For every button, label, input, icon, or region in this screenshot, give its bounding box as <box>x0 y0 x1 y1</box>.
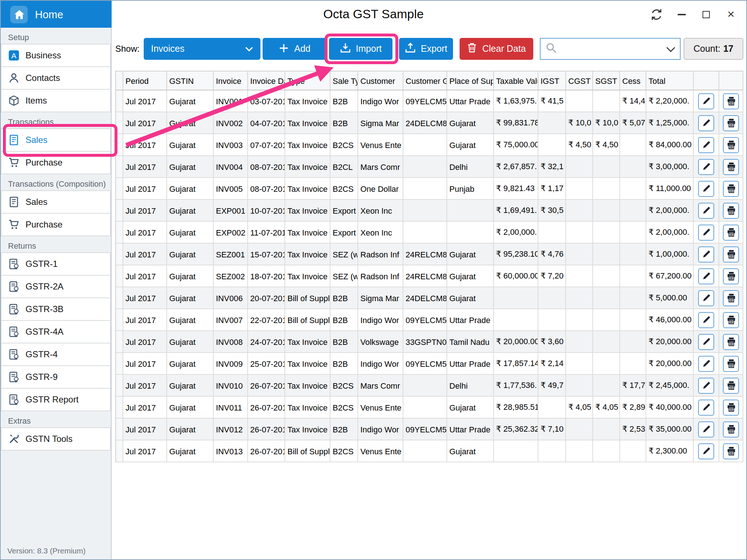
edit-row-button[interactable] <box>698 202 714 218</box>
table-row-8[interactable]: Jul 2017GujaratSEZ00115-07-2017Tax Invoi… <box>116 244 743 265</box>
gstr-document-icon <box>7 371 20 383</box>
print-row-button[interactable] <box>723 93 739 109</box>
search-box[interactable] <box>540 38 681 60</box>
table-row-5[interactable]: Jul 2017GujaratINV00508-07-2017Tax Invoi… <box>116 178 743 200</box>
cell-place_of_supply: Delhi <box>447 156 494 178</box>
edit-row-button[interactable] <box>698 224 714 240</box>
print-row-button[interactable] <box>723 246 739 262</box>
sidebar-item-returns-gstr-4[interactable]: GSTR-4 <box>1 343 111 366</box>
cell-customer_gstin <box>403 134 447 156</box>
home-button[interactable]: Home <box>1 1 112 28</box>
column-header-igst[interactable]: IGST <box>538 71 566 90</box>
print-row-button[interactable] <box>723 334 739 350</box>
table-row-2[interactable]: Jul 2017GujaratINV00204-07-2017Tax Invoi… <box>116 112 743 134</box>
edit-row-button[interactable] <box>698 399 714 415</box>
edit-row-button[interactable] <box>698 377 714 393</box>
column-header-invoice_date[interactable]: Invoice Date <box>248 71 285 90</box>
edit-row-button[interactable] <box>698 355 714 372</box>
search-dropdown-button[interactable] <box>661 39 680 59</box>
print-row-button[interactable] <box>723 268 739 284</box>
sidebar-item-transactions-purchase[interactable]: Purchase <box>1 151 111 174</box>
view-selector[interactable]: Invoices <box>144 38 260 60</box>
sidebar-item-transactions-sales[interactable]: Sales <box>1 128 111 152</box>
print-row-button[interactable] <box>723 137 739 153</box>
table-row-11[interactable]: Jul 2017GujaratINV00722-07-2017Bill of S… <box>116 309 743 331</box>
export-button[interactable]: Export <box>399 38 453 60</box>
column-header-invoice[interactable]: Invoice <box>214 71 248 90</box>
print-row-button[interactable] <box>723 159 739 175</box>
column-header-place_of_supply[interactable]: Place of Supply <box>447 71 494 90</box>
search-input[interactable] <box>561 44 661 54</box>
edit-row-button[interactable] <box>698 312 714 328</box>
edit-row-button[interactable] <box>698 180 714 197</box>
table-row-4[interactable]: Jul 2017GujaratINV00408-07-2017Tax Invoi… <box>116 156 743 178</box>
table-row-9[interactable]: Jul 2017GujaratSEZ00218-07-2017Tax Invoi… <box>116 265 743 287</box>
sidebar-item-returns-gstr-9[interactable]: GSTR-9 <box>1 365 111 389</box>
refresh-icon[interactable] <box>644 1 669 28</box>
cell-place_of_supply: Gujarat <box>447 112 494 134</box>
column-header-sale_type[interactable]: Sale Type <box>330 71 358 90</box>
edit-row-button[interactable] <box>698 137 714 153</box>
print-row-button[interactable] <box>723 115 739 131</box>
table-row-14[interactable]: Jul 2017GujaratINV01026-07-2017Tax Invoi… <box>116 375 743 397</box>
table-row-16[interactable]: Jul 2017GujaratINV01226-07-2017Tax Invoi… <box>116 419 743 440</box>
import-button[interactable]: Import <box>329 38 392 60</box>
edit-row-button[interactable] <box>698 93 714 109</box>
sidebar-item-setup-business[interactable]: ABusiness <box>1 44 111 67</box>
clear-data-button[interactable]: Clear Data <box>460 38 533 60</box>
maximize-button[interactable] <box>694 1 719 28</box>
sidebar-item-setup-items[interactable]: Items <box>1 89 111 112</box>
edit-cell <box>694 244 719 265</box>
print-row-button[interactable] <box>723 443 739 459</box>
print-row-button[interactable] <box>723 202 739 218</box>
column-header-cgst[interactable]: CGST <box>566 71 593 90</box>
edit-row-button[interactable] <box>698 443 714 459</box>
table-row-10[interactable]: Jul 2017GujaratINV00620-07-2017Bill of S… <box>116 287 743 309</box>
sidebar-item-extras-gstn-tools[interactable]: GSTN Tools <box>1 427 111 451</box>
edit-row-button[interactable] <box>698 115 714 131</box>
sidebar-item-returns-gstr-2a[interactable]: GSTR-2A <box>1 275 111 298</box>
minimize-button[interactable] <box>669 1 694 28</box>
table-row-3[interactable]: Jul 2017GujaratINV00307-07-2017Tax Invoi… <box>116 134 743 156</box>
column-header-type[interactable]: Type <box>285 71 330 90</box>
column-header-period[interactable]: Period <box>123 71 167 90</box>
table-row-12[interactable]: Jul 2017GujaratINV00824-07-2017Tax Invoi… <box>116 331 743 353</box>
sidebar-item-returns-gstr-report[interactable]: GSTR Report <box>1 388 111 411</box>
sidebar-item-returns-gstr-4a[interactable]: GSTR-4A <box>1 320 111 343</box>
add-button[interactable]: Add <box>263 38 327 60</box>
table-row-7[interactable]: Jul 2017GujaratEXP00211-07-2017Tax Invoi… <box>116 222 743 244</box>
column-header-taxable_value[interactable]: Taxable Value <box>494 71 538 90</box>
column-header-cess[interactable]: Cess <box>620 71 646 90</box>
column-header-gstin[interactable]: GSTIN <box>167 71 214 90</box>
column-header-customer_gstin[interactable]: Customer GSTIN <box>403 71 447 90</box>
table-row-13[interactable]: Jul 2017GujaratINV00925-07-2017Tax Invoi… <box>116 353 743 375</box>
print-row-button[interactable] <box>723 224 739 240</box>
table-row-1[interactable]: Jul 2017GujaratINV00103-07-2017Tax Invoi… <box>116 90 743 112</box>
table-row-6[interactable]: Jul 2017GujaratEXP00110-07-2017Tax Invoi… <box>116 200 743 222</box>
print-row-button[interactable] <box>723 377 739 393</box>
close-button[interactable]: × <box>719 1 743 28</box>
sidebar-item-transactions-composition-sales[interactable]: Sales <box>1 190 111 214</box>
edit-row-button[interactable] <box>698 159 714 175</box>
edit-row-button[interactable] <box>698 268 714 284</box>
table-row-17[interactable]: Jul 2017GujaratINV01326-07-2017Bill of S… <box>116 440 743 462</box>
edit-row-button[interactable] <box>698 246 714 262</box>
column-header-total[interactable]: Total <box>646 71 694 90</box>
print-row-button[interactable] <box>723 180 739 197</box>
edit-row-button[interactable] <box>698 421 714 437</box>
table-row-15[interactable]: Jul 2017GujaratINV01126-07-2017Tax Invoi… <box>116 397 743 419</box>
print-row-button[interactable] <box>723 355 739 372</box>
column-header-sgst[interactable]: SGST <box>593 71 620 90</box>
print-row-button[interactable] <box>723 399 739 415</box>
edit-row-button[interactable] <box>698 334 714 350</box>
print-row-button[interactable] <box>723 312 739 328</box>
sidebar-item-setup-contacts[interactable]: Contacts <box>1 66 111 90</box>
sidebar-item-transactions-composition-purchase[interactable]: Purchase <box>1 213 111 236</box>
column-header-customer[interactable]: Customer <box>358 71 403 90</box>
edit-row-button[interactable] <box>698 290 714 306</box>
sidebar-item-returns-gstr-1[interactable]: GSTR-1 <box>1 252 111 276</box>
sidebar-item-returns-gstr-3b[interactable]: GSTR-3B <box>1 298 111 321</box>
cell-gstin: Gujarat <box>167 440 214 462</box>
print-row-button[interactable] <box>723 421 739 437</box>
print-row-button[interactable] <box>723 290 739 306</box>
